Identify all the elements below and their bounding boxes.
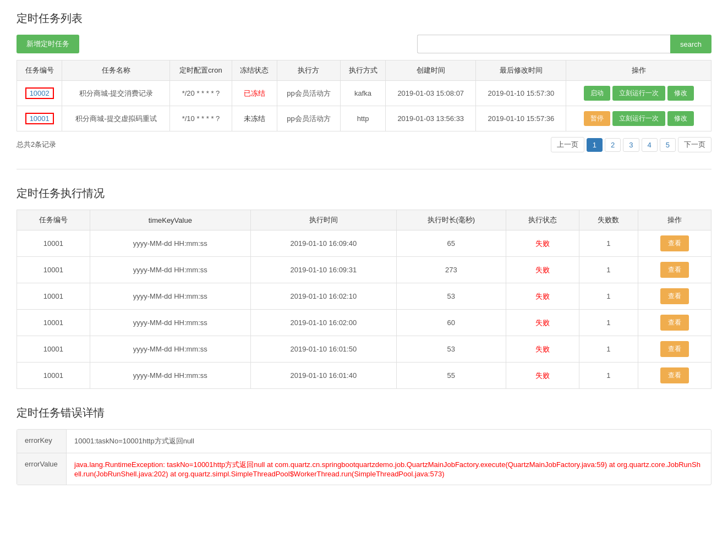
exec-id: 10001 bbox=[17, 310, 90, 336]
toolbar: 新增定时任务 search bbox=[17, 35, 711, 53]
exec-id: 10001 bbox=[17, 257, 90, 283]
exec-duration: 60 bbox=[396, 310, 506, 336]
task-name: 积分商城-提交虚拟码重试 bbox=[62, 106, 170, 131]
task-list-section: 定时任务列表 新增定时任务 search 任务编号 任务名称 定时配置cron … bbox=[17, 11, 711, 152]
view-button[interactable]: 查看 bbox=[660, 367, 689, 383]
table-row: 10001 yyyy-MM-dd HH:mm:ss 2019-01-10 16:… bbox=[17, 336, 711, 363]
exec-col-status: 执行状态 bbox=[506, 210, 579, 230]
exec-col-fail: 失败数 bbox=[579, 210, 638, 230]
pause-button[interactable]: 暂停 bbox=[584, 111, 610, 126]
exec-time: 2019-01-10 16:09:31 bbox=[250, 257, 396, 283]
exec-action-cell: 查看 bbox=[638, 310, 711, 336]
exec-duration: 273 bbox=[396, 257, 506, 283]
exec-duration: 53 bbox=[396, 336, 506, 363]
error-detail-table: errorKey 10001:taskNo=10001http方式返回null … bbox=[17, 429, 711, 485]
task-status: 已冻结 bbox=[232, 81, 277, 106]
exec-id: 10001 bbox=[17, 230, 90, 257]
pagination: 上一页 1 2 3 4 5 下一页 bbox=[551, 137, 711, 152]
prev-page-button[interactable]: 上一页 bbox=[551, 137, 584, 152]
action-cell: 暂停立刻运行一次修改 bbox=[566, 106, 711, 131]
page-5-button[interactable]: 5 bbox=[660, 138, 676, 152]
search-button[interactable]: search bbox=[670, 35, 711, 53]
exec-fail-count: 1 bbox=[579, 336, 638, 363]
table-row: 10002 积分商城-提交消费记录 */20 * * * * ? 已冻结 pp会… bbox=[17, 81, 711, 106]
col-actions: 操作 bbox=[566, 61, 711, 81]
edit-button[interactable]: 修改 bbox=[667, 86, 694, 101]
exec-fail-count: 1 bbox=[579, 363, 638, 389]
table-row: 10001 yyyy-MM-dd HH:mm:ss 2019-01-10 16:… bbox=[17, 283, 711, 310]
task-id-cell: 10001 bbox=[17, 106, 62, 131]
section-divider-1 bbox=[17, 169, 711, 169]
page-title-2: 定时任务执行情况 bbox=[17, 186, 711, 201]
task-table: 任务编号 任务名称 定时配置cron 冻结状态 执行方 执行方式 创建时间 最后… bbox=[17, 60, 711, 131]
exec-status: 失败 bbox=[506, 283, 579, 310]
exec-action-cell: 查看 bbox=[638, 336, 711, 363]
error-key-value: 10001:taskNo=10001http方式返回null bbox=[67, 430, 711, 453]
table-row: 10001 积分商城-提交虚拟码重试 */10 * * * * ? 未冻结 pp… bbox=[17, 106, 711, 131]
page-1-button[interactable]: 1 bbox=[587, 138, 603, 152]
exec-time: 2019-01-10 16:02:10 bbox=[250, 283, 396, 310]
pagination-area: 总共2条记录 上一页 1 2 3 4 5 下一页 bbox=[17, 137, 711, 152]
task-executor: pp会员活动方 bbox=[277, 81, 340, 106]
run-now-button[interactable]: 立刻运行一次 bbox=[612, 111, 665, 126]
exec-fail-count: 1 bbox=[579, 230, 638, 257]
exec-section: 定时任务执行情况 任务编号 timeKeyValue 执行时间 执行时长(毫秒)… bbox=[17, 186, 711, 389]
add-task-button[interactable]: 新增定时任务 bbox=[17, 35, 79, 53]
exec-status: 失败 bbox=[506, 257, 579, 283]
table-row: 10001 yyyy-MM-dd HH:mm:ss 2019-01-10 16:… bbox=[17, 310, 711, 336]
error-value-label: errorValue bbox=[17, 453, 67, 485]
col-status: 冻结状态 bbox=[232, 61, 277, 81]
page-2-button[interactable]: 2 bbox=[605, 138, 621, 152]
view-button[interactable]: 查看 bbox=[660, 341, 689, 357]
run-now-button[interactable]: 立刻运行一次 bbox=[612, 86, 665, 101]
page-3-button[interactable]: 3 bbox=[623, 138, 639, 152]
exec-duration: 55 bbox=[396, 363, 506, 389]
exec-action-cell: 查看 bbox=[638, 283, 711, 310]
page-4-button[interactable]: 4 bbox=[642, 138, 658, 152]
view-button[interactable]: 查看 bbox=[660, 235, 689, 251]
exec-time: 2019-01-10 16:01:50 bbox=[250, 336, 396, 363]
error-key-label: errorKey bbox=[17, 430, 67, 453]
exec-col-duration: 执行时长(毫秒) bbox=[396, 210, 506, 230]
exec-duration: 65 bbox=[396, 230, 506, 257]
error-section: 定时任务错误详情 errorKey 10001:taskNo=10001http… bbox=[17, 405, 711, 485]
exec-table: 任务编号 timeKeyValue 执行时间 执行时长(毫秒) 执行状态 失败数… bbox=[17, 210, 711, 389]
col-name: 任务名称 bbox=[62, 61, 170, 81]
exec-fail-count: 1 bbox=[579, 310, 638, 336]
col-updated: 最后修改时间 bbox=[476, 61, 566, 81]
view-button[interactable]: 查看 bbox=[660, 262, 689, 278]
col-id: 任务编号 bbox=[17, 61, 62, 81]
task-id[interactable]: 10002 bbox=[25, 87, 54, 99]
exec-duration: 53 bbox=[396, 283, 506, 310]
task-status: 未冻结 bbox=[232, 106, 277, 131]
exec-table-header: 任务编号 timeKeyValue 执行时间 执行时长(毫秒) 执行状态 失败数… bbox=[17, 210, 711, 230]
action-cell: 启动立刻运行一次修改 bbox=[566, 81, 711, 106]
exec-time: 2019-01-10 16:09:40 bbox=[250, 230, 396, 257]
exec-action-cell: 查看 bbox=[638, 257, 711, 283]
task-id-cell: 10002 bbox=[17, 81, 62, 106]
page-title-1: 定时任务列表 bbox=[17, 11, 711, 26]
search-input[interactable] bbox=[417, 35, 670, 53]
exec-fail-count: 1 bbox=[579, 257, 638, 283]
table-row: 10001 yyyy-MM-dd HH:mm:ss 2019-01-10 16:… bbox=[17, 257, 711, 283]
task-exec-type: kafka bbox=[340, 81, 385, 106]
task-cron: */20 * * * * ? bbox=[170, 81, 232, 106]
exec-status: 失败 bbox=[506, 230, 579, 257]
exec-status: 失败 bbox=[506, 336, 579, 363]
view-button[interactable]: 查看 bbox=[660, 288, 689, 304]
task-cron: */10 * * * * ? bbox=[170, 106, 232, 131]
col-exec-type: 执行方式 bbox=[340, 61, 385, 81]
col-executor: 执行方 bbox=[277, 61, 340, 81]
page-title-3: 定时任务错误详情 bbox=[17, 405, 711, 420]
exec-key: yyyy-MM-dd HH:mm:ss bbox=[90, 230, 250, 257]
exec-col-ops: 操作 bbox=[638, 210, 711, 230]
error-key-row: errorKey 10001:taskNo=10001http方式返回null bbox=[17, 430, 711, 453]
edit-button[interactable]: 修改 bbox=[667, 111, 694, 126]
view-button[interactable]: 查看 bbox=[660, 315, 689, 331]
next-page-button[interactable]: 下一页 bbox=[678, 137, 711, 152]
exec-col-id: 任务编号 bbox=[17, 210, 90, 230]
exec-time: 2019-01-10 16:02:00 bbox=[250, 310, 396, 336]
error-value-content: java.lang.RuntimeException: taskNo=10001… bbox=[67, 453, 711, 485]
start-button[interactable]: 启动 bbox=[584, 86, 610, 101]
task-id[interactable]: 10001 bbox=[25, 113, 54, 124]
